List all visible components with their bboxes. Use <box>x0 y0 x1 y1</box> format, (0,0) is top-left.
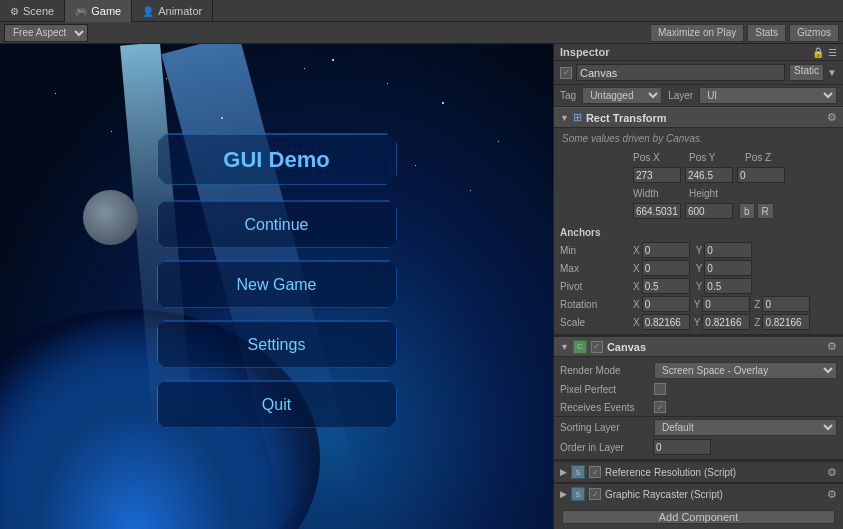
object-name-row: ✓ Static ▼ <box>554 61 843 85</box>
menu-icon[interactable]: ☰ <box>828 47 837 58</box>
tag-select[interactable]: Untagged <box>582 87 662 104</box>
main-area: GUI Demo Continue New Game Settings Quit… <box>0 44 843 529</box>
order-in-layer-label: Order in Layer <box>560 442 650 453</box>
max-row: Max X Y <box>554 259 843 277</box>
ref-res-collapse[interactable]: ▶ <box>560 467 567 477</box>
canvas-collapse[interactable]: ▼ <box>560 342 569 352</box>
settings-button[interactable]: Settings <box>157 320 397 368</box>
add-component-button[interactable]: Add Component <box>562 510 835 524</box>
render-mode-select[interactable]: Screen Space - Overlay <box>654 362 837 379</box>
game-background: GUI Demo Continue New Game Settings Quit <box>0 44 553 529</box>
gui-demo-title: GUI Demo <box>157 133 397 185</box>
game-viewport: GUI Demo Continue New Game Settings Quit <box>0 44 553 529</box>
object-name-input[interactable] <box>576 64 785 81</box>
reference-resolution-header[interactable]: ▶ S ✓ Reference Resolution (Script) ⚙ <box>554 460 843 482</box>
lock-icon[interactable]: 🔒 <box>812 47 824 58</box>
pos-z-input[interactable] <box>737 167 785 183</box>
canvas-component-header: ▼ C ✓ Canvas ⚙ <box>554 335 843 357</box>
animator-icon: 👤 <box>142 6 154 17</box>
pivot-x-input[interactable] <box>642 278 690 294</box>
pos-values-row <box>554 166 843 184</box>
anchors-row: Anchors <box>554 223 843 241</box>
pixel-perfect-label: Pixel Perfect <box>560 384 650 395</box>
pivot-values: X Y <box>633 278 837 294</box>
pivot-row: Pivot X Y <box>554 277 843 295</box>
width-label: Width <box>633 188 683 199</box>
tab-game[interactable]: 🎮 Game <box>65 0 132 22</box>
canvas-active-checkbox[interactable]: ✓ <box>591 341 603 353</box>
inspector-title: Inspector <box>560 46 610 58</box>
min-x-input[interactable] <box>642 242 690 258</box>
reference-resolution-label: Reference Resolution (Script) <box>605 467 736 478</box>
rot-x-input[interactable] <box>642 296 690 312</box>
min-y-input[interactable] <box>704 242 752 258</box>
aspect-select[interactable]: Free Aspect <box>4 24 88 42</box>
wh-values: b R <box>633 203 837 219</box>
rect-transform-title: Rect Transform <box>586 112 823 124</box>
gizmos-button[interactable]: Gizmos <box>789 24 839 42</box>
tag-layer-row: Tag Untagged Layer UI <box>554 85 843 107</box>
order-in-layer-row: Order in Layer <box>554 438 843 456</box>
game-icon: 🎮 <box>75 6 87 17</box>
height-input[interactable] <box>685 203 733 219</box>
active-checkbox[interactable]: ✓ <box>560 67 572 79</box>
ref-res-checkbox[interactable]: ✓ <box>589 466 601 478</box>
receives-events-checkbox[interactable]: ✓ <box>654 401 666 413</box>
tag-label: Tag <box>560 90 576 101</box>
quit-button[interactable]: Quit <box>157 380 397 428</box>
scale-y-input[interactable] <box>702 314 750 330</box>
graphic-raycaster-gear[interactable]: ⚙ <box>827 488 837 501</box>
b-button[interactable]: b <box>739 203 755 219</box>
sorting-layer-select[interactable]: Default <box>654 419 837 436</box>
render-mode-row: Render Mode Screen Space - Overlay <box>554 360 843 380</box>
rotation-values: X Y Z <box>633 296 837 312</box>
inspector-panel: Inspector 🔒 ☰ ✓ Static ▼ Tag Untagged La… <box>553 44 843 529</box>
pos-y-label: Pos Y <box>689 152 739 163</box>
layer-select[interactable]: UI <box>699 87 837 104</box>
canvas-gear[interactable]: ⚙ <box>827 340 837 353</box>
pivot-y-input[interactable] <box>704 278 752 294</box>
rot-z-input[interactable] <box>762 296 810 312</box>
r-button[interactable]: R <box>757 203 774 219</box>
rect-transform-header: ▼ ⊞ Rect Transform ⚙ <box>554 107 843 128</box>
pos-xyz-row: Pos X Pos Y Pos Z <box>554 148 843 166</box>
height-label: Height <box>689 188 739 199</box>
scale-x-input[interactable] <box>642 314 690 330</box>
pos-x-label: Pos X <box>633 152 683 163</box>
pos-x-input[interactable] <box>633 167 681 183</box>
tab-scene[interactable]: ⚙ Scene <box>0 0 65 22</box>
gui-demo-panel: GUI Demo Continue New Game Settings Quit <box>157 133 397 440</box>
maximize-on-play-button[interactable]: Maximize on Play <box>650 24 744 42</box>
min-label: Min <box>560 245 630 256</box>
graphic-raycaster-header[interactable]: ▶ S ✓ Graphic Raycaster (Script) ⚙ <box>554 482 843 504</box>
canvas-hint: Some values driven by Canvas. <box>554 131 843 148</box>
game-toolbar: Free Aspect Maximize on Play Stats Gizmo… <box>0 22 843 44</box>
max-y-input[interactable] <box>704 260 752 276</box>
rect-transform-fields: Some values driven by Canvas. Pos X Pos … <box>554 128 843 335</box>
inspector-header: Inspector 🔒 ☰ <box>554 44 843 61</box>
pixel-perfect-checkbox[interactable] <box>654 383 666 395</box>
new-game-button[interactable]: New Game <box>157 260 397 308</box>
pos-labels: Pos X Pos Y Pos Z <box>633 152 837 163</box>
rect-transform-icon: ⊞ <box>573 111 582 124</box>
ref-res-gear[interactable]: ⚙ <box>827 466 837 479</box>
min-values: X Y <box>633 242 837 258</box>
rot-y-input[interactable] <box>702 296 750 312</box>
static-arrow[interactable]: ▼ <box>827 67 837 78</box>
graphic-raycaster-collapse[interactable]: ▶ <box>560 489 567 499</box>
rect-transform-collapse[interactable]: ▼ <box>560 113 569 123</box>
scale-z-input[interactable] <box>762 314 810 330</box>
static-badge: Static <box>789 64 824 81</box>
pos-values <box>633 167 837 183</box>
scale-values: X Y Z <box>633 314 837 330</box>
graphic-raycaster-checkbox[interactable]: ✓ <box>589 488 601 500</box>
stats-button[interactable]: Stats <box>747 24 786 42</box>
rotation-row: Rotation X Y Z <box>554 295 843 313</box>
continue-button[interactable]: Continue <box>157 200 397 248</box>
width-input[interactable] <box>633 203 681 219</box>
rect-transform-gear[interactable]: ⚙ <box>827 111 837 124</box>
order-in-layer-input[interactable] <box>653 439 711 455</box>
tab-animator[interactable]: 👤 Animator <box>132 0 213 22</box>
pos-y-input[interactable] <box>685 167 733 183</box>
max-x-input[interactable] <box>642 260 690 276</box>
